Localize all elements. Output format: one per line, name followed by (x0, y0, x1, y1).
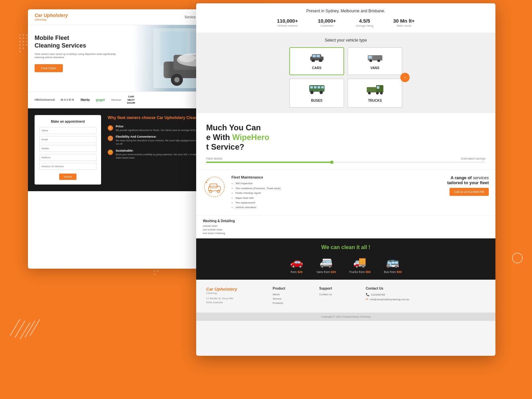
s1-logo-upholstery: Upholstery (44, 13, 68, 18)
form-vehicles-input[interactable] (39, 163, 96, 170)
svg-point-14 (19, 51, 21, 52)
service-item-3: Fluids checkup report (235, 191, 439, 196)
clean-van-price: Vans from $39 (317, 270, 336, 274)
footer-contact-title: Contact Us (366, 287, 485, 290)
svg-point-65 (310, 91, 314, 94)
svg-point-0 (19, 34, 21, 36)
s2-vehicle-section: Select your vehicle type CARS (196, 33, 495, 113)
svg-point-11 (26, 44, 27, 46)
fleet-maintenance-icon (204, 176, 225, 198)
footer-link-products[interactable]: Products (273, 302, 306, 305)
s1-appointment-form: Make an appointment Submit (35, 115, 101, 185)
s2-stats-row: 110,000+ Vehicles cleaned 10,000+ Custom… (206, 18, 485, 27)
s1-hero-title: Mobile FleetCleaning Services (35, 34, 126, 50)
form-mobile-input[interactable] (39, 145, 96, 152)
form-name-input[interactable] (39, 127, 96, 134)
form-title: Make an appointment (39, 120, 96, 123)
brand-maven: MAVEN (61, 98, 75, 101)
footer-link-about[interactable]: About (273, 293, 306, 296)
brand-goget: goget (96, 98, 105, 102)
svg-point-2 (26, 34, 27, 36)
svg-point-71 (376, 92, 379, 94)
svg-point-5 (26, 38, 27, 39)
call-button[interactable]: Call us at 0123456789 (450, 188, 489, 196)
headline-line1: Much You Can (206, 123, 261, 132)
svg-point-80 (209, 179, 210, 179)
form-submit-button[interactable]: Submit (59, 174, 77, 180)
svg-point-13 (23, 48, 24, 49)
svg-point-72 (380, 92, 383, 94)
vehicle-card-cars[interactable]: CARS (289, 47, 344, 75)
vans-icon (351, 53, 398, 64)
s2-clean-all-section: We can clean it all ! 🚗 from $29 🚐 Vans … (196, 238, 495, 280)
email-icon: ✉ (366, 298, 368, 301)
nav-service[interactable]: Service (185, 15, 196, 19)
service-item-5: Tire replacement (235, 200, 439, 205)
copyright-text: Copyright © 2021 Carupholstery Cleaning (321, 315, 370, 318)
why-icon-sustainable: 🌱 (108, 150, 113, 155)
why-icon-flexibility: 🔧 (108, 136, 113, 141)
stat-vehicles: 110,000+ Vehicles cleaned (277, 18, 298, 27)
detailing-content: Washing & Detailing outside cleanand out… (203, 219, 489, 235)
brand-flexicar: *flexicar (111, 98, 121, 101)
clean-truck-price: Trucks from $59 (349, 270, 371, 274)
footer-contact-section: Contact Us 📞 0123456789 ✉ info@caruphols… (366, 287, 485, 306)
vehicle-card-trucks[interactable]: TRUCKS (347, 78, 402, 108)
vehicle-next-button[interactable]: › (400, 73, 410, 82)
trucks-icon (351, 84, 398, 97)
footer-phone-line: 📞 0123456789 (366, 293, 485, 296)
svg-point-10 (23, 44, 24, 46)
vehicle-card-vans[interactable]: VANS (347, 47, 402, 75)
stat-water-label: Water saved (393, 24, 415, 27)
footer-logo-car: Car (206, 287, 213, 292)
progress-track (206, 162, 485, 163)
clean-title-end: it all ! (356, 244, 370, 250)
svg-rect-53 (313, 55, 316, 57)
s2-copyright: Copyright © 2021 Carupholstery Cleaning (196, 313, 495, 321)
headline-line2: e With WipeHero (206, 133, 269, 142)
footer-link-service[interactable]: Service (273, 297, 306, 300)
progress-labels: Fleet details Estimated savings (206, 157, 485, 160)
clean-car-icon: 🚗 (290, 256, 303, 268)
service-item-1: 360 Inspection (235, 181, 439, 186)
footer-link-contact[interactable]: Contact us (319, 293, 352, 296)
service-item-2: Tire conditions (Pressure, Tread wear) (235, 186, 439, 191)
progress-dot (330, 161, 333, 164)
svg-line-27 (20, 323, 30, 339)
svg-point-66 (320, 91, 323, 94)
svg-point-6 (19, 41, 21, 42)
s1-logo: Car Upholstery Cleaning (35, 13, 68, 21)
svg-point-7 (23, 41, 24, 42)
progress-fill (206, 162, 332, 163)
svg-line-28 (25, 321, 35, 337)
s1-hero-text: Mobile FleetCleaning Services Fleet owne… (28, 25, 133, 91)
s1-free-clean-button[interactable]: Free Clean (35, 64, 63, 72)
buses-icon (293, 84, 340, 97)
cta-title: A range of servicestailored to your flee… (447, 175, 489, 185)
form-address-input[interactable] (39, 154, 96, 161)
clean-vehicles-row: 🚗 from $29 🚐 Vans from $39 🚚 Trucks from… (206, 256, 485, 274)
footer-logo-sub: Cleaning (206, 292, 259, 295)
svg-point-22 (154, 270, 155, 272)
vehicle-card-buses[interactable]: BUSES (289, 78, 344, 108)
cars-label: CARS (293, 66, 340, 70)
svg-rect-62 (314, 86, 317, 88)
brand-carnextdoor: CARNEXTDOOR (127, 95, 135, 105)
svg-point-79 (207, 180, 208, 181)
svg-rect-61 (310, 86, 313, 88)
clean-bus: 🚌 Bus from $59 (384, 256, 402, 274)
screenshot-front: Present in Sydney, Melbourne and Brisban… (196, 3, 495, 356)
svg-point-8 (26, 41, 27, 42)
svg-point-77 (217, 190, 220, 193)
svg-point-3 (19, 38, 21, 39)
detailing-title: Washing & Detailing (203, 219, 489, 223)
stat-customers: 10,000+ Customers (318, 18, 336, 27)
brand-hertz: Hertz (80, 98, 90, 102)
stat-customers-num: 10,000+ (318, 18, 336, 24)
footer-logo: Car Upholstery (206, 287, 259, 292)
s2-detailing-section: Washing & Detailing outside cleanand out… (196, 215, 495, 239)
stat-water-num: 30 Mn lt+ (393, 18, 415, 24)
clean-car-price: from $29 (290, 270, 303, 274)
svg-point-1 (23, 34, 24, 36)
form-email-input[interactable] (39, 136, 96, 143)
